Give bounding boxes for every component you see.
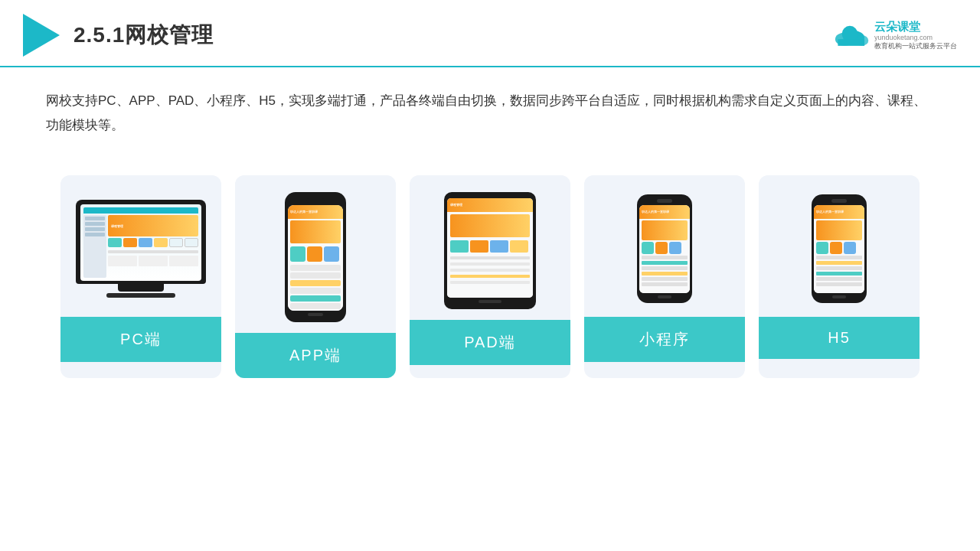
- miniprogram-label: 小程序: [584, 317, 745, 362]
- header: 2.5.1网校管理 云朵课堂 yunduoketang.com 教育机构一站式服…: [0, 0, 980, 67]
- cloud-icon: [830, 21, 870, 49]
- header-left: 2.5.1网校管理: [23, 14, 214, 57]
- pc-label: PC端: [60, 317, 221, 362]
- pad-image-area: 课程管理: [410, 175, 570, 320]
- h5-card: 职达人的第一堂职课: [759, 175, 920, 378]
- logo-triangle-icon: [23, 14, 60, 57]
- brand-name: 云朵课堂: [874, 20, 920, 34]
- app-label: APP端: [235, 333, 396, 378]
- app-phone-mockup: 职达人的第一堂职课: [285, 192, 346, 322]
- app-image-area: 职达人的第一堂职课: [235, 175, 396, 333]
- h5-image-area: 职达人的第一堂职课: [759, 175, 920, 317]
- h5-phone-mockup: 职达人的第一堂职课: [812, 194, 867, 303]
- pc-image-area: 课程管理: [60, 175, 221, 317]
- brand-url: yunduoketang.com: [874, 34, 933, 41]
- pad-card: 课程管理: [410, 175, 570, 378]
- miniprogram-card: 职达人的第一堂职课: [584, 175, 745, 378]
- app-card: 职达人的第一堂职课: [235, 175, 396, 378]
- header-right: 云朵课堂 yunduoketang.com 教育机构一站式服务云平台: [830, 20, 957, 51]
- pad-label: PAD端: [410, 320, 570, 365]
- pc-mockup: 课程管理: [76, 200, 206, 298]
- page-title: 2.5.1网校管理: [74, 21, 214, 50]
- miniprogram-image-area: 职达人的第一堂职课: [584, 175, 745, 317]
- svg-rect-4: [838, 39, 864, 46]
- description-text: 网校支持PC、APP、PAD、小程序、H5，实现多端打通，产品各终端自由切换，数…: [0, 67, 980, 139]
- brand-text: 云朵课堂 yunduoketang.com 教育机构一站式服务云平台: [874, 20, 957, 51]
- pc-card: 课程管理: [60, 175, 221, 378]
- device-cards-section: 课程管理: [0, 146, 980, 378]
- brand-logo: 云朵课堂 yunduoketang.com 教育机构一站式服务云平台: [830, 20, 957, 51]
- h5-label: H5: [759, 317, 920, 359]
- miniprogram-phone-mockup: 职达人的第一堂职课: [637, 194, 692, 303]
- brand-slogan: 教育机构一站式服务云平台: [874, 41, 957, 51]
- pad-tablet-mockup: 课程管理: [444, 192, 536, 309]
